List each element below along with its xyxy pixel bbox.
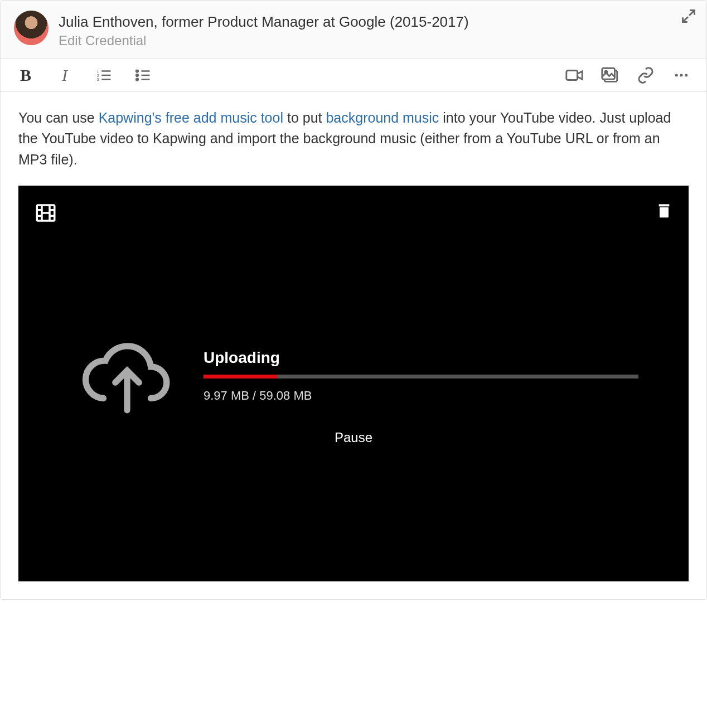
author-avatar[interactable] xyxy=(14,11,49,45)
svg-point-18 xyxy=(685,74,687,76)
toolbar-left: B I 1 2 3 xyxy=(16,66,152,85)
answer-body-text[interactable]: You can use Kapwing's free add music too… xyxy=(18,108,689,171)
svg-text:3: 3 xyxy=(97,77,99,82)
unordered-list-button[interactable] xyxy=(133,66,152,85)
upload-progress-fill xyxy=(204,375,277,378)
editor-header: Julia Enthoven, former Product Manager a… xyxy=(1,1,706,59)
svg-rect-28 xyxy=(660,207,669,218)
svg-point-8 xyxy=(136,78,138,80)
ordered-list-button[interactable]: 1 2 3 xyxy=(94,66,113,85)
upload-panel: Uploading 9.97 MB / 59.08 MB Pause xyxy=(18,186,689,581)
text-segment: to put xyxy=(283,110,326,125)
cloud-upload-icon xyxy=(80,327,175,424)
toolbar-right xyxy=(565,66,691,85)
expand-icon[interactable] xyxy=(681,8,696,24)
italic-button[interactable]: I xyxy=(55,66,74,85)
link-button[interactable] xyxy=(636,66,655,85)
upload-title: Uploading xyxy=(204,349,638,367)
upload-info: Uploading 9.97 MB / 59.08 MB xyxy=(204,349,638,403)
more-button[interactable] xyxy=(672,66,691,85)
answer-editor-card: Julia Enthoven, former Product Manager a… xyxy=(0,0,707,600)
edit-credential-link[interactable]: Edit Credential xyxy=(59,33,469,48)
svg-point-6 xyxy=(136,70,138,72)
video-button[interactable] xyxy=(565,66,584,85)
kapwing-tool-link[interactable]: Kapwing's free add music tool xyxy=(99,110,283,125)
upload-stats: 9.97 MB / 59.08 MB xyxy=(204,389,638,403)
upload-center: Uploading 9.97 MB / 59.08 MB xyxy=(80,327,638,424)
author-credential: Julia Enthoven, former Product Manager a… xyxy=(59,13,469,32)
svg-rect-14 xyxy=(602,68,615,79)
svg-point-7 xyxy=(136,74,138,76)
svg-point-16 xyxy=(675,74,678,76)
trash-icon[interactable] xyxy=(655,201,673,221)
editor-content[interactable]: You can use Kapwing's free add music too… xyxy=(1,92,706,600)
image-button[interactable] xyxy=(601,66,619,85)
header-text: Julia Enthoven, former Product Manager a… xyxy=(59,11,469,48)
text-segment: You can use xyxy=(18,110,99,125)
pause-button[interactable]: Pause xyxy=(18,430,689,445)
film-icon[interactable] xyxy=(34,201,57,227)
svg-rect-27 xyxy=(659,205,670,207)
background-music-link[interactable]: background music xyxy=(326,110,439,125)
svg-point-17 xyxy=(680,74,683,76)
editor-toolbar: B I 1 2 3 xyxy=(1,59,706,92)
upload-progress-bar xyxy=(204,375,638,378)
svg-rect-12 xyxy=(566,70,578,80)
bold-button[interactable]: B xyxy=(16,66,35,85)
